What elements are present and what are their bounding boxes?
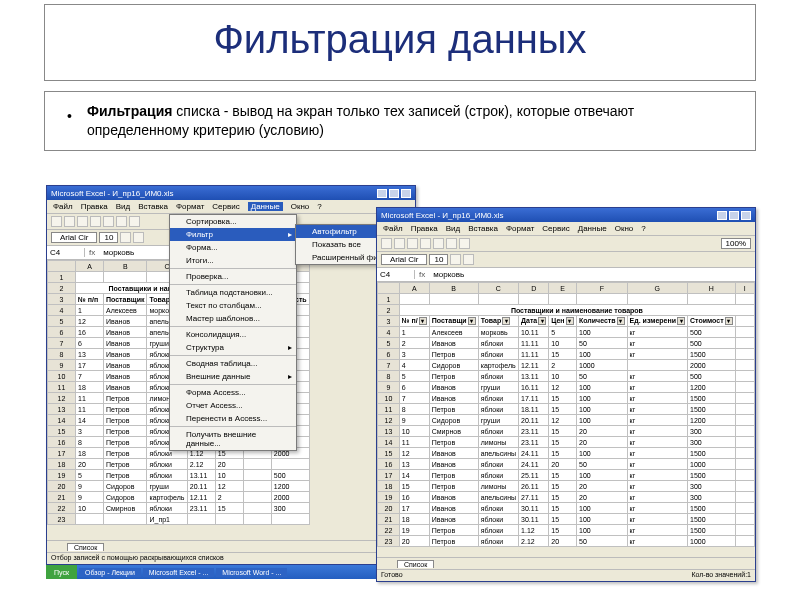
tb-save-icon[interactable]	[77, 216, 88, 227]
menu-item[interactable]: Формат	[176, 202, 204, 211]
cell[interactable]: 18.11	[519, 404, 549, 415]
cell[interactable]: кг	[627, 481, 687, 492]
cell[interactable]: 1500	[688, 470, 736, 481]
cell[interactable]: 27.11	[519, 492, 549, 503]
cell[interactable]: кг	[627, 459, 687, 470]
cell[interactable]: 17	[399, 503, 429, 514]
cell[interactable]: 20	[576, 492, 627, 503]
menu-item[interactable]: Вид	[446, 224, 460, 233]
cell[interactable]: 100	[576, 382, 627, 393]
sheet-tab-1[interactable]: Список	[67, 543, 104, 551]
cell[interactable]: 2.12	[519, 536, 549, 547]
cell[interactable]: яблоки	[478, 371, 518, 382]
cell[interactable]: Петров	[104, 459, 147, 470]
menu-item[interactable]: Сортировка...	[170, 215, 296, 228]
cell[interactable]: 13.11	[519, 371, 549, 382]
toolbar-2b[interactable]: Arial Cir 10	[377, 252, 755, 268]
tb-italic-icon[interactable]	[463, 254, 474, 265]
cell[interactable]: 1500	[688, 503, 736, 514]
cell[interactable]: Петров	[429, 470, 478, 481]
tb-cut-icon[interactable]	[103, 216, 114, 227]
cell[interactable]: 6	[76, 338, 104, 349]
cell[interactable]: 20	[576, 437, 627, 448]
cell[interactable]: 12	[549, 415, 577, 426]
cell[interactable]: 17	[76, 360, 104, 371]
cell[interactable]: Иванов	[104, 382, 147, 393]
cell[interactable]: 1500	[688, 393, 736, 404]
cell[interactable]: 100	[576, 503, 627, 514]
cell[interactable]: 5	[549, 327, 577, 338]
cell[interactable]: 7	[76, 371, 104, 382]
cell[interactable]: 30.11	[519, 514, 549, 525]
cell[interactable]: 13.11	[187, 470, 215, 481]
cell[interactable]: яблоки	[478, 503, 518, 514]
cell[interactable]: 17.11	[519, 393, 549, 404]
cell[interactable]: 11	[399, 437, 429, 448]
cell[interactable]: 20	[76, 459, 104, 470]
cell[interactable]: Иванов	[104, 316, 147, 327]
menu-item[interactable]: Консолидация...	[170, 326, 296, 341]
cell[interactable]: 15	[549, 437, 577, 448]
cell[interactable]: 100	[576, 349, 627, 360]
cell[interactable]: 12	[549, 382, 577, 393]
cell[interactable]: 300	[688, 426, 736, 437]
cell[interactable]: 10	[215, 470, 243, 481]
cell[interactable]: 50	[576, 338, 627, 349]
close-button[interactable]	[741, 211, 751, 220]
cell[interactable]: кг	[627, 503, 687, 514]
tb-print-icon[interactable]	[90, 216, 101, 227]
font-name-1[interactable]: Arial Cir	[51, 232, 97, 243]
cell[interactable]: 8	[399, 404, 429, 415]
menu-item[interactable]: Окно	[615, 224, 634, 233]
taskbar[interactable]: Пуск Обзор - Лекции Microsoft Excel - ..…	[46, 565, 416, 579]
menu-item[interactable]: Вставка	[138, 202, 168, 211]
cell[interactable]: 1	[76, 305, 104, 316]
tb-cut-icon[interactable]	[433, 238, 444, 249]
toolbar-2a[interactable]: 100%	[377, 236, 755, 252]
tabstrip-1[interactable]: Список	[47, 540, 415, 552]
sheet-tab-2[interactable]: Список	[397, 560, 434, 568]
tb-paste-icon[interactable]	[129, 216, 140, 227]
menu-item[interactable]: Перенести в Access...	[170, 412, 296, 425]
cell[interactable]: Иванов	[429, 382, 478, 393]
start-button[interactable]: Пуск	[46, 565, 77, 579]
cell[interactable]: 13	[399, 459, 429, 470]
menu-item[interactable]: Формат	[506, 224, 534, 233]
cell[interactable]: Иванов	[104, 349, 147, 360]
cell[interactable]: 1500	[688, 514, 736, 525]
cell[interactable]: апельсины	[478, 492, 518, 503]
cell[interactable]: 26.11	[519, 481, 549, 492]
autofilter-arrow-icon[interactable]: ▾	[677, 317, 685, 325]
cell[interactable]: 1200	[688, 415, 736, 426]
cell[interactable]: яблоки	[147, 470, 187, 481]
cell[interactable]: 19	[399, 525, 429, 536]
cell[interactable]: 25.11	[519, 470, 549, 481]
cell[interactable]: 11	[76, 393, 104, 404]
cell[interactable]: Иванов	[104, 338, 147, 349]
cell[interactable]: 4	[399, 360, 429, 371]
cell[interactable]: 20	[549, 459, 577, 470]
cell[interactable]: 15	[549, 503, 577, 514]
cell[interactable]: 12	[399, 448, 429, 459]
cell[interactable]: Петров	[429, 481, 478, 492]
cell[interactable]: И_пр1	[147, 514, 187, 525]
cell[interactable]: кг	[627, 536, 687, 547]
cell[interactable]: кг	[627, 437, 687, 448]
cell[interactable]: 11.11	[519, 338, 549, 349]
cell[interactable]: 15	[215, 503, 243, 514]
cell[interactable]: 10	[549, 371, 577, 382]
tb-bold-icon[interactable]	[450, 254, 461, 265]
cell[interactable]: Алексеев	[429, 327, 478, 338]
cell[interactable]: 20	[576, 481, 627, 492]
minimize-button[interactable]	[717, 211, 727, 220]
menu-item[interactable]: Сервис	[542, 224, 569, 233]
menu-item[interactable]: Фильтр▸	[170, 228, 296, 241]
cell[interactable]: яблоки	[478, 459, 518, 470]
cell[interactable]: 100	[576, 327, 627, 338]
cell[interactable]: Петров	[104, 437, 147, 448]
menu-item[interactable]: Таблица подстановки...	[170, 284, 296, 299]
cell[interactable]: картофель	[147, 492, 187, 503]
close-button[interactable]	[401, 189, 411, 198]
cell[interactable]: 100	[576, 393, 627, 404]
tb-open-icon[interactable]	[394, 238, 405, 249]
